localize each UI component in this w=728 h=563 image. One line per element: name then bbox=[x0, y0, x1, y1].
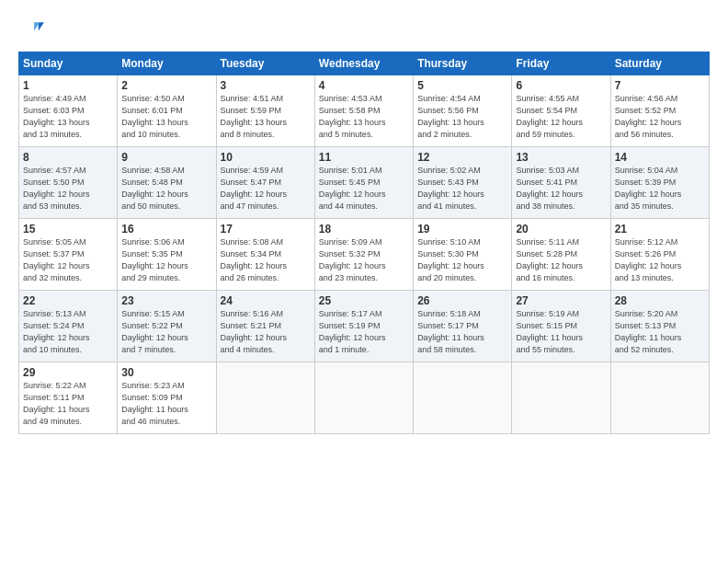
calendar-cell: 14Sunrise: 5:04 AM Sunset: 5:39 PM Dayli… bbox=[610, 147, 709, 219]
calendar-week-1: 1Sunrise: 4:49 AM Sunset: 6:03 PM Daylig… bbox=[19, 75, 710, 147]
day-info: Sunrise: 5:01 AM Sunset: 5:45 PM Dayligh… bbox=[319, 165, 409, 213]
day-number: 22 bbox=[23, 294, 113, 307]
day-number: 4 bbox=[319, 79, 409, 92]
day-number: 1 bbox=[23, 79, 113, 92]
calendar-cell: 19Sunrise: 5:10 AM Sunset: 5:30 PM Dayli… bbox=[414, 219, 512, 291]
calendar-cell: 13Sunrise: 5:03 AM Sunset: 5:41 PM Dayli… bbox=[512, 147, 610, 219]
calendar-cell: 30Sunrise: 5:23 AM Sunset: 5:09 PM Dayli… bbox=[118, 362, 216, 434]
day-info: Sunrise: 4:59 AM Sunset: 5:47 PM Dayligh… bbox=[221, 165, 311, 213]
calendar-cell: 27Sunrise: 5:19 AM Sunset: 5:15 PM Dayli… bbox=[512, 291, 610, 362]
calendar-header: SundayMondayTuesdayWednesdayThursdayFrid… bbox=[19, 52, 710, 75]
logo-icon bbox=[18, 17, 44, 42]
header-sunday: Sunday bbox=[19, 52, 118, 75]
calendar-cell: 25Sunrise: 5:17 AM Sunset: 5:19 PM Dayli… bbox=[314, 291, 413, 362]
calendar-cell: 20Sunrise: 5:11 AM Sunset: 5:28 PM Dayli… bbox=[512, 219, 610, 291]
calendar-cell: 17Sunrise: 5:08 AM Sunset: 5:34 PM Dayli… bbox=[216, 219, 314, 291]
header-thursday: Thursday bbox=[414, 52, 512, 75]
day-info: Sunrise: 5:13 AM Sunset: 5:24 PM Dayligh… bbox=[23, 308, 113, 356]
day-number: 14 bbox=[615, 151, 705, 164]
calendar-cell: 12Sunrise: 5:02 AM Sunset: 5:43 PM Dayli… bbox=[414, 147, 512, 219]
calendar-cell: 4Sunrise: 4:53 AM Sunset: 5:58 PM Daylig… bbox=[314, 75, 413, 147]
day-info: Sunrise: 5:19 AM Sunset: 5:15 PM Dayligh… bbox=[516, 308, 606, 356]
calendar-cell: 16Sunrise: 5:06 AM Sunset: 5:35 PM Dayli… bbox=[118, 219, 216, 291]
day-info: Sunrise: 5:18 AM Sunset: 5:17 PM Dayligh… bbox=[417, 308, 507, 356]
calendar-cell: 8Sunrise: 4:57 AM Sunset: 5:50 PM Daylig… bbox=[19, 147, 118, 219]
calendar-cell bbox=[314, 362, 413, 434]
calendar-week-3: 15Sunrise: 5:05 AM Sunset: 5:37 PM Dayli… bbox=[19, 219, 710, 291]
day-number: 20 bbox=[516, 223, 606, 236]
day-info: Sunrise: 5:20 AM Sunset: 5:13 PM Dayligh… bbox=[615, 308, 705, 356]
day-info: Sunrise: 5:09 AM Sunset: 5:32 PM Dayligh… bbox=[319, 236, 409, 284]
calendar-week-4: 22Sunrise: 5:13 AM Sunset: 5:24 PM Dayli… bbox=[19, 291, 710, 362]
calendar-cell: 21Sunrise: 5:12 AM Sunset: 5:26 PM Dayli… bbox=[610, 219, 709, 291]
day-number: 15 bbox=[23, 223, 113, 236]
calendar-cell: 2Sunrise: 4:50 AM Sunset: 6:01 PM Daylig… bbox=[118, 75, 216, 147]
day-number: 2 bbox=[121, 79, 211, 92]
day-number: 18 bbox=[319, 223, 409, 236]
day-number: 23 bbox=[121, 294, 211, 307]
calendar-cell: 18Sunrise: 5:09 AM Sunset: 5:32 PM Dayli… bbox=[314, 219, 413, 291]
calendar-cell: 26Sunrise: 5:18 AM Sunset: 5:17 PM Dayli… bbox=[414, 291, 512, 362]
day-info: Sunrise: 5:10 AM Sunset: 5:30 PM Dayligh… bbox=[417, 236, 507, 284]
day-number: 29 bbox=[23, 366, 113, 379]
day-info: Sunrise: 5:06 AM Sunset: 5:35 PM Dayligh… bbox=[121, 236, 211, 284]
calendar-body: 1Sunrise: 4:49 AM Sunset: 6:03 PM Daylig… bbox=[19, 75, 710, 434]
header-wednesday: Wednesday bbox=[314, 52, 413, 75]
day-info: Sunrise: 5:17 AM Sunset: 5:19 PM Dayligh… bbox=[319, 308, 409, 356]
calendar-cell: 6Sunrise: 4:55 AM Sunset: 5:54 PM Daylig… bbox=[512, 75, 610, 147]
day-info: Sunrise: 5:02 AM Sunset: 5:43 PM Dayligh… bbox=[417, 165, 507, 213]
day-info: Sunrise: 4:49 AM Sunset: 6:03 PM Dayligh… bbox=[23, 93, 113, 141]
day-info: Sunrise: 5:23 AM Sunset: 5:09 PM Dayligh… bbox=[121, 380, 211, 428]
day-info: Sunrise: 4:56 AM Sunset: 5:52 PM Dayligh… bbox=[615, 93, 705, 141]
svg-marker-0 bbox=[39, 22, 44, 30]
day-number: 28 bbox=[615, 294, 705, 307]
day-number: 9 bbox=[121, 151, 211, 164]
day-number: 11 bbox=[319, 151, 409, 164]
day-info: Sunrise: 4:53 AM Sunset: 5:58 PM Dayligh… bbox=[319, 93, 409, 141]
day-number: 13 bbox=[516, 151, 606, 164]
day-number: 26 bbox=[417, 294, 507, 307]
day-number: 7 bbox=[615, 79, 705, 92]
day-info: Sunrise: 4:51 AM Sunset: 5:59 PM Dayligh… bbox=[221, 93, 311, 141]
day-number: 30 bbox=[121, 366, 211, 379]
calendar-cell: 9Sunrise: 4:58 AM Sunset: 5:48 PM Daylig… bbox=[118, 147, 216, 219]
day-number: 24 bbox=[221, 294, 311, 307]
day-number: 5 bbox=[417, 79, 507, 92]
calendar-cell bbox=[414, 362, 512, 434]
calendar-cell bbox=[512, 362, 610, 434]
day-info: Sunrise: 5:11 AM Sunset: 5:28 PM Dayligh… bbox=[516, 236, 606, 284]
calendar-cell bbox=[216, 362, 314, 434]
calendar-cell: 7Sunrise: 4:56 AM Sunset: 5:52 PM Daylig… bbox=[610, 75, 709, 147]
calendar-cell: 10Sunrise: 4:59 AM Sunset: 5:47 PM Dayli… bbox=[216, 147, 314, 219]
day-info: Sunrise: 5:16 AM Sunset: 5:21 PM Dayligh… bbox=[221, 308, 311, 356]
day-info: Sunrise: 5:15 AM Sunset: 5:22 PM Dayligh… bbox=[121, 308, 211, 356]
day-info: Sunrise: 5:08 AM Sunset: 5:34 PM Dayligh… bbox=[221, 236, 311, 284]
day-info: Sunrise: 5:12 AM Sunset: 5:26 PM Dayligh… bbox=[615, 236, 705, 284]
day-info: Sunrise: 4:58 AM Sunset: 5:48 PM Dayligh… bbox=[121, 165, 211, 213]
day-info: Sunrise: 4:57 AM Sunset: 5:50 PM Dayligh… bbox=[23, 165, 113, 213]
header-saturday: Saturday bbox=[610, 52, 709, 75]
calendar-cell: 22Sunrise: 5:13 AM Sunset: 5:24 PM Dayli… bbox=[19, 291, 118, 362]
calendar-cell: 11Sunrise: 5:01 AM Sunset: 5:45 PM Dayli… bbox=[314, 147, 413, 219]
calendar-cell: 24Sunrise: 5:16 AM Sunset: 5:21 PM Dayli… bbox=[216, 291, 314, 362]
header-friday: Friday bbox=[512, 52, 610, 75]
day-info: Sunrise: 5:04 AM Sunset: 5:39 PM Dayligh… bbox=[615, 165, 705, 213]
calendar-cell: 29Sunrise: 5:22 AM Sunset: 5:11 PM Dayli… bbox=[19, 362, 118, 434]
calendar-week-5: 29Sunrise: 5:22 AM Sunset: 5:11 PM Dayli… bbox=[19, 362, 710, 434]
day-number: 25 bbox=[319, 294, 409, 307]
day-info: Sunrise: 4:54 AM Sunset: 5:56 PM Dayligh… bbox=[417, 93, 507, 141]
header-monday: Monday bbox=[118, 52, 216, 75]
calendar-cell: 5Sunrise: 4:54 AM Sunset: 5:56 PM Daylig… bbox=[414, 75, 512, 147]
day-number: 21 bbox=[615, 223, 705, 236]
calendar-week-2: 8Sunrise: 4:57 AM Sunset: 5:50 PM Daylig… bbox=[19, 147, 710, 219]
day-number: 6 bbox=[516, 79, 606, 92]
calendar-table: SundayMondayTuesdayWednesdayThursdayFrid… bbox=[18, 52, 710, 434]
day-number: 3 bbox=[221, 79, 311, 92]
day-number: 16 bbox=[121, 223, 211, 236]
day-info: Sunrise: 5:03 AM Sunset: 5:41 PM Dayligh… bbox=[516, 165, 606, 213]
day-info: Sunrise: 5:05 AM Sunset: 5:37 PM Dayligh… bbox=[23, 236, 113, 284]
calendar-cell: 3Sunrise: 4:51 AM Sunset: 5:59 PM Daylig… bbox=[216, 75, 314, 147]
day-info: Sunrise: 4:55 AM Sunset: 5:54 PM Dayligh… bbox=[516, 93, 606, 141]
calendar-cell bbox=[610, 362, 709, 434]
day-number: 19 bbox=[417, 223, 507, 236]
